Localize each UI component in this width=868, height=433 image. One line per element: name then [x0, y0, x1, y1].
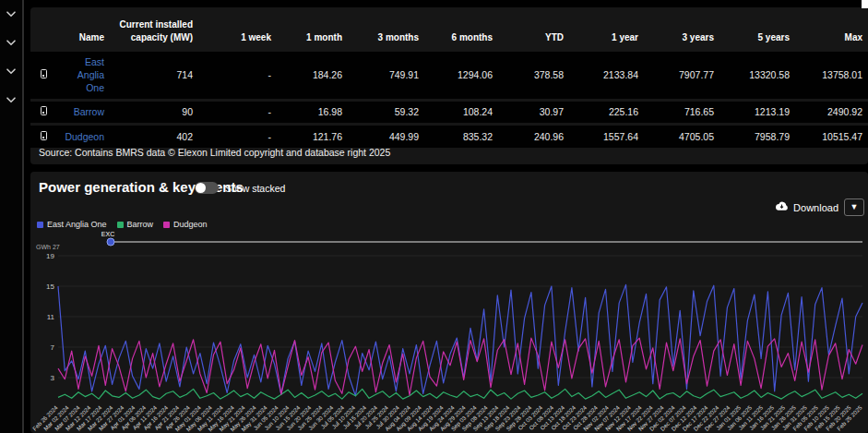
- site-name-link[interactable]: Dudgeon: [65, 130, 104, 143]
- name-cell: Dudgeon: [56, 124, 110, 148]
- name-cell: East Anglia One: [56, 51, 110, 101]
- generation-stats-table: NameCurrent installed capacity (MW)1 wee…: [30, 13, 868, 148]
- value-cell: 716.65: [644, 100, 719, 124]
- value-cell: 90: [110, 100, 198, 124]
- value-cell: 59.32: [348, 100, 424, 124]
- value-cell: 108.24: [424, 100, 498, 124]
- caret-down-icon: ▼: [850, 202, 859, 211]
- chevron-down-icon: [6, 97, 16, 103]
- column-header: 1 week: [198, 13, 277, 51]
- event-marker-dot[interactable]: [107, 238, 114, 246]
- site-icon[interactable]: [41, 69, 47, 78]
- svg-text:11: 11: [47, 313, 55, 321]
- series-lines: [58, 284, 862, 399]
- site-name-link[interactable]: East Anglia One: [58, 55, 104, 95]
- sidebar-item[interactable]: [0, 86, 22, 114]
- sidebar-item[interactable]: [0, 0, 22, 29]
- row-icon-cell: [30, 124, 56, 148]
- sidebar-divider: [22, 0, 24, 433]
- sidebar-item[interactable]: [0, 29, 22, 57]
- column-header: Current installed capacity (MW): [110, 13, 198, 51]
- name-cell: Barrow: [56, 100, 110, 124]
- site-name-link[interactable]: Barrow: [74, 105, 104, 118]
- site-icon[interactable]: [41, 106, 47, 115]
- source-attribution: Source: Contains BMRS data © Elexon Limi…: [39, 147, 390, 158]
- chart-legend: East Anglia OneBarrowDudgeon: [37, 220, 208, 229]
- sidebar: [0, 0, 22, 433]
- column-header: YTD: [498, 13, 569, 51]
- value-cell: 30.97: [498, 100, 569, 124]
- chevron-down-icon: [6, 11, 16, 18]
- legend-swatch-icon: [163, 222, 170, 228]
- legend-swatch-icon: [117, 222, 124, 228]
- column-header: 3 months: [348, 13, 424, 51]
- site-icon[interactable]: [41, 131, 47, 140]
- sidebar-item[interactable]: [0, 57, 22, 86]
- show-stacked-toggle[interactable]: Show stacked: [195, 182, 285, 194]
- value-cell: -: [198, 100, 277, 124]
- value-cell: 7907.77: [644, 51, 719, 101]
- column-header: 5 years: [719, 13, 795, 51]
- event-label: EXC: [101, 231, 114, 237]
- value-cell: 225.16: [569, 100, 644, 124]
- value-cell: 714: [110, 51, 198, 101]
- value-cell: 1294.06: [424, 51, 498, 101]
- value-cell: -: [198, 51, 277, 101]
- table-row: Barrow90-16.9859.32108.2430.97225.16716.…: [30, 100, 868, 124]
- legend-item[interactable]: East Anglia One: [37, 220, 107, 229]
- show-stacked-label: Show stacked: [225, 183, 285, 194]
- cloud-download-icon: [775, 201, 789, 213]
- column-header: 6 months: [424, 13, 498, 51]
- value-cell: 240.96: [498, 124, 569, 148]
- legend-label: Dudgeon: [173, 220, 208, 229]
- power-generation-chart: 37111519Feb 26 2024Mar 02 2024Mar 07 202…: [30, 172, 868, 433]
- legend-swatch-icon: [37, 222, 43, 228]
- value-cell: 835.32: [424, 124, 498, 148]
- value-cell: 749.91: [348, 51, 424, 101]
- table-header-row: NameCurrent installed capacity (MW)1 wee…: [30, 13, 868, 51]
- column-header: Max: [795, 13, 868, 51]
- stats-table-panel: NameCurrent installed capacity (MW)1 wee…: [30, 7, 868, 164]
- row-icon-cell: [30, 51, 56, 101]
- chart-panel: Power generation & key events Show stack…: [30, 172, 868, 433]
- legend-label: Barrow: [127, 220, 154, 229]
- value-cell: -: [198, 124, 277, 148]
- value-cell: 378.58: [498, 51, 569, 101]
- value-cell: 16.98: [277, 100, 348, 124]
- value-cell: 1557.64: [569, 124, 644, 148]
- column-header: Name: [56, 13, 110, 51]
- column-header: 1 year: [569, 13, 644, 51]
- legend-item[interactable]: Dudgeon: [163, 220, 208, 229]
- value-cell: 184.26: [277, 51, 348, 101]
- value-cell: 4705.05: [644, 124, 719, 148]
- legend-item[interactable]: Barrow: [117, 220, 154, 229]
- scrollbar[interactable]: [862, 0, 868, 8]
- value-cell: 2133.84: [569, 51, 644, 101]
- toggle-track[interactable]: [195, 182, 219, 194]
- table-body: East Anglia One714-184.26749.911294.0637…: [30, 51, 868, 149]
- chevron-down-icon: [6, 40, 16, 46]
- table-row: Dudgeon402-121.76449.99835.32240.961557.…: [30, 124, 868, 148]
- column-header: 1 month: [277, 13, 348, 51]
- download-button[interactable]: Download: [775, 201, 838, 213]
- svg-text:15: 15: [46, 283, 54, 291]
- legend-label: East Anglia One: [47, 220, 107, 229]
- svg-text:3: 3: [51, 374, 55, 382]
- y-axis-ticks: 37111519: [46, 252, 54, 382]
- series-line-barrow: [58, 389, 862, 399]
- value-cell: 2490.92: [795, 100, 868, 124]
- axis-unit-label: GWh 27: [36, 244, 60, 250]
- value-cell: 1213.19: [719, 100, 795, 124]
- value-cell: 449.99: [348, 124, 424, 148]
- x-axis-labels: Feb 26 2024Mar 02 2024Mar 07 2024Mar 12 …: [31, 403, 863, 433]
- value-cell: 7958.79: [719, 124, 795, 148]
- value-cell: 121.76: [277, 124, 348, 148]
- download-options-caret[interactable]: ▼: [844, 198, 864, 216]
- toggle-knob[interactable]: [196, 183, 206, 193]
- chevron-down-icon: [6, 68, 16, 75]
- event-track: EXCGWh 27: [36, 231, 862, 250]
- header-icon-spacer: [30, 13, 56, 51]
- value-cell: 402: [110, 124, 198, 148]
- svg-text:19: 19: [46, 252, 54, 260]
- value-cell: 13320.58: [719, 51, 795, 101]
